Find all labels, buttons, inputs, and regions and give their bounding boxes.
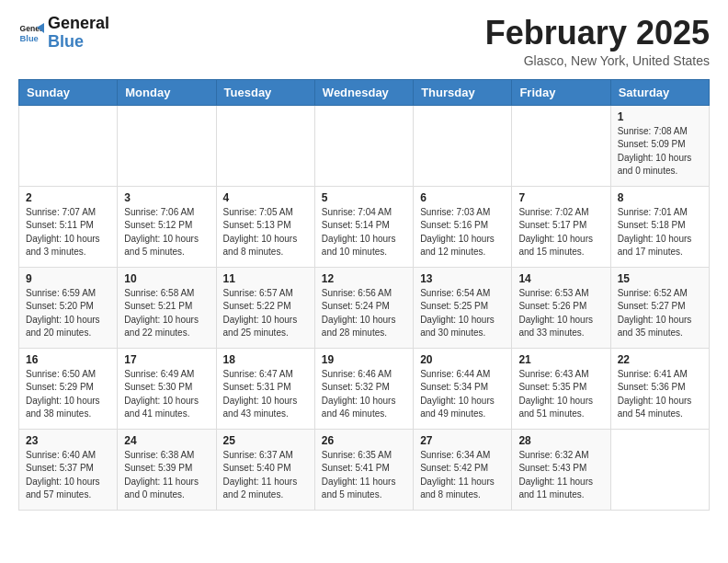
logo-line1: General [48, 15, 109, 33]
weekday-header-friday: Friday [512, 79, 610, 105]
day-number: 28 [518, 434, 603, 447]
calendar-cell: 6Sunrise: 7:03 AM Sunset: 5:16 PM Daylig… [414, 186, 512, 267]
day-info: Sunrise: 6:40 AM Sunset: 5:37 PM Dayligh… [26, 449, 110, 502]
calendar-cell: 2Sunrise: 7:07 AM Sunset: 5:11 PM Daylig… [19, 186, 118, 267]
header: General Blue General Blue February 2025 … [18, 15, 710, 68]
day-info: Sunrise: 6:41 AM Sunset: 5:36 PM Dayligh… [618, 368, 702, 421]
day-info: Sunrise: 6:32 AM Sunset: 5:43 PM Dayligh… [518, 449, 603, 502]
day-number: 20 [420, 353, 505, 366]
day-info: Sunrise: 6:53 AM Sunset: 5:26 PM Dayligh… [518, 287, 603, 340]
day-info: Sunrise: 6:57 AM Sunset: 5:22 PM Dayligh… [223, 287, 308, 340]
page: General Blue General Blue February 2025 … [0, 0, 728, 525]
weekday-header-thursday: Thursday [414, 79, 512, 105]
calendar-table: SundayMondayTuesdayWednesdayThursdayFrid… [18, 79, 710, 511]
logo: General Blue General Blue [18, 15, 109, 52]
day-info: Sunrise: 6:44 AM Sunset: 5:34 PM Dayligh… [420, 368, 505, 421]
day-number: 17 [124, 353, 209, 366]
calendar-cell: 24Sunrise: 6:38 AM Sunset: 5:39 PM Dayli… [118, 429, 216, 510]
calendar-week-1: 1Sunrise: 7:08 AM Sunset: 5:09 PM Daylig… [19, 105, 710, 186]
calendar-cell: 25Sunrise: 6:37 AM Sunset: 5:40 PM Dayli… [216, 429, 314, 510]
calendar-cell: 10Sunrise: 6:58 AM Sunset: 5:21 PM Dayli… [118, 267, 216, 348]
weekday-header-saturday: Saturday [610, 79, 709, 105]
calendar-cell: 12Sunrise: 6:56 AM Sunset: 5:24 PM Dayli… [314, 267, 413, 348]
location: Glasco, New York, United States [485, 53, 710, 68]
title-area: February 2025 Glasco, New York, United S… [485, 15, 710, 68]
calendar-cell: 21Sunrise: 6:43 AM Sunset: 5:35 PM Dayli… [512, 348, 610, 429]
day-number: 24 [124, 434, 209, 447]
day-info: Sunrise: 6:49 AM Sunset: 5:30 PM Dayligh… [124, 368, 209, 421]
weekday-header-sunday: Sunday [19, 79, 118, 105]
day-info: Sunrise: 7:06 AM Sunset: 5:12 PM Dayligh… [124, 206, 209, 259]
day-info: Sunrise: 7:08 AM Sunset: 5:09 PM Dayligh… [618, 125, 702, 178]
calendar-cell: 8Sunrise: 7:01 AM Sunset: 5:18 PM Daylig… [610, 186, 709, 267]
day-number: 2 [26, 191, 110, 204]
day-info: Sunrise: 7:04 AM Sunset: 5:14 PM Dayligh… [322, 206, 406, 259]
day-number: 6 [420, 191, 505, 204]
day-number: 15 [618, 272, 702, 285]
day-number: 13 [420, 272, 505, 285]
day-info: Sunrise: 6:50 AM Sunset: 5:29 PM Dayligh… [26, 368, 110, 421]
calendar-cell [118, 105, 216, 186]
day-number: 4 [223, 191, 308, 204]
calendar-cell: 1Sunrise: 7:08 AM Sunset: 5:09 PM Daylig… [610, 105, 709, 186]
day-number: 9 [26, 272, 110, 285]
day-number: 26 [322, 434, 406, 447]
calendar-cell: 7Sunrise: 7:02 AM Sunset: 5:17 PM Daylig… [512, 186, 610, 267]
calendar-cell: 16Sunrise: 6:50 AM Sunset: 5:29 PM Dayli… [19, 348, 118, 429]
calendar-cell: 14Sunrise: 6:53 AM Sunset: 5:26 PM Dayli… [512, 267, 610, 348]
calendar-cell: 20Sunrise: 6:44 AM Sunset: 5:34 PM Dayli… [414, 348, 512, 429]
weekday-header-tuesday: Tuesday [216, 79, 314, 105]
day-info: Sunrise: 6:35 AM Sunset: 5:41 PM Dayligh… [322, 449, 406, 502]
calendar-cell: 9Sunrise: 6:59 AM Sunset: 5:20 PM Daylig… [19, 267, 118, 348]
calendar-cell: 5Sunrise: 7:04 AM Sunset: 5:14 PM Daylig… [314, 186, 413, 267]
day-info: Sunrise: 6:47 AM Sunset: 5:31 PM Dayligh… [223, 368, 308, 421]
weekday-header-row: SundayMondayTuesdayWednesdayThursdayFrid… [19, 79, 710, 105]
day-info: Sunrise: 6:37 AM Sunset: 5:40 PM Dayligh… [223, 449, 308, 502]
calendar-cell: 13Sunrise: 6:54 AM Sunset: 5:25 PM Dayli… [414, 267, 512, 348]
calendar-cell: 19Sunrise: 6:46 AM Sunset: 5:32 PM Dayli… [314, 348, 413, 429]
weekday-header-wednesday: Wednesday [314, 79, 413, 105]
day-info: Sunrise: 6:38 AM Sunset: 5:39 PM Dayligh… [124, 449, 209, 502]
calendar-cell [610, 429, 709, 510]
day-info: Sunrise: 6:34 AM Sunset: 5:42 PM Dayligh… [420, 449, 505, 502]
month-title: February 2025 [485, 15, 710, 52]
day-info: Sunrise: 6:54 AM Sunset: 5:25 PM Dayligh… [420, 287, 505, 340]
calendar-cell [216, 105, 314, 186]
day-number: 3 [124, 191, 209, 204]
calendar-cell: 18Sunrise: 6:47 AM Sunset: 5:31 PM Dayli… [216, 348, 314, 429]
calendar-cell: 3Sunrise: 7:06 AM Sunset: 5:12 PM Daylig… [118, 186, 216, 267]
day-number: 5 [322, 191, 406, 204]
day-info: Sunrise: 7:01 AM Sunset: 5:18 PM Dayligh… [618, 206, 702, 259]
day-number: 10 [124, 272, 209, 285]
calendar-cell: 27Sunrise: 6:34 AM Sunset: 5:42 PM Dayli… [414, 429, 512, 510]
svg-text:Blue: Blue [20, 34, 39, 43]
day-info: Sunrise: 7:03 AM Sunset: 5:16 PM Dayligh… [420, 206, 505, 259]
day-number: 11 [223, 272, 308, 285]
day-number: 12 [322, 272, 406, 285]
calendar-week-4: 16Sunrise: 6:50 AM Sunset: 5:29 PM Dayli… [19, 348, 710, 429]
calendar-cell [314, 105, 413, 186]
day-info: Sunrise: 6:52 AM Sunset: 5:27 PM Dayligh… [618, 287, 702, 340]
day-info: Sunrise: 6:59 AM Sunset: 5:20 PM Dayligh… [26, 287, 110, 340]
calendar-cell [19, 105, 118, 186]
day-info: Sunrise: 7:05 AM Sunset: 5:13 PM Dayligh… [223, 206, 308, 259]
calendar-cell: 4Sunrise: 7:05 AM Sunset: 5:13 PM Daylig… [216, 186, 314, 267]
day-info: Sunrise: 6:46 AM Sunset: 5:32 PM Dayligh… [322, 368, 406, 421]
day-number: 19 [322, 353, 406, 366]
day-number: 14 [518, 272, 603, 285]
calendar-cell [512, 105, 610, 186]
calendar-cell: 22Sunrise: 6:41 AM Sunset: 5:36 PM Dayli… [610, 348, 709, 429]
day-number: 21 [518, 353, 603, 366]
calendar-cell: 17Sunrise: 6:49 AM Sunset: 5:30 PM Dayli… [118, 348, 216, 429]
day-info: Sunrise: 7:07 AM Sunset: 5:11 PM Dayligh… [26, 206, 110, 259]
calendar-week-5: 23Sunrise: 6:40 AM Sunset: 5:37 PM Dayli… [19, 429, 710, 510]
day-number: 23 [26, 434, 110, 447]
logo-icon: General Blue [18, 20, 44, 46]
calendar-cell: 26Sunrise: 6:35 AM Sunset: 5:41 PM Dayli… [314, 429, 413, 510]
day-number: 16 [26, 353, 110, 366]
day-number: 25 [223, 434, 308, 447]
day-number: 8 [618, 191, 702, 204]
calendar-cell: 28Sunrise: 6:32 AM Sunset: 5:43 PM Dayli… [512, 429, 610, 510]
calendar-week-2: 2Sunrise: 7:07 AM Sunset: 5:11 PM Daylig… [19, 186, 710, 267]
day-number: 22 [618, 353, 702, 366]
